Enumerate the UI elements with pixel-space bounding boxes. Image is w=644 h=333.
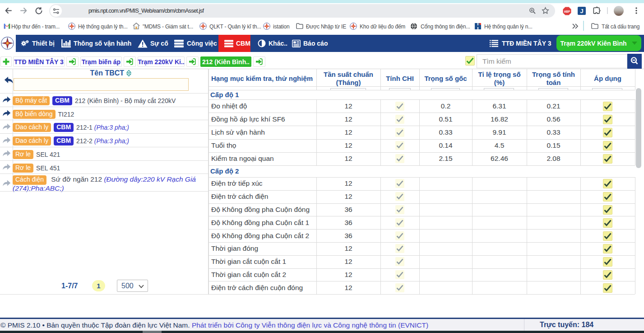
svg-text:ABP: ABP bbox=[564, 10, 570, 13]
svg-text:J: J bbox=[580, 8, 583, 14]
